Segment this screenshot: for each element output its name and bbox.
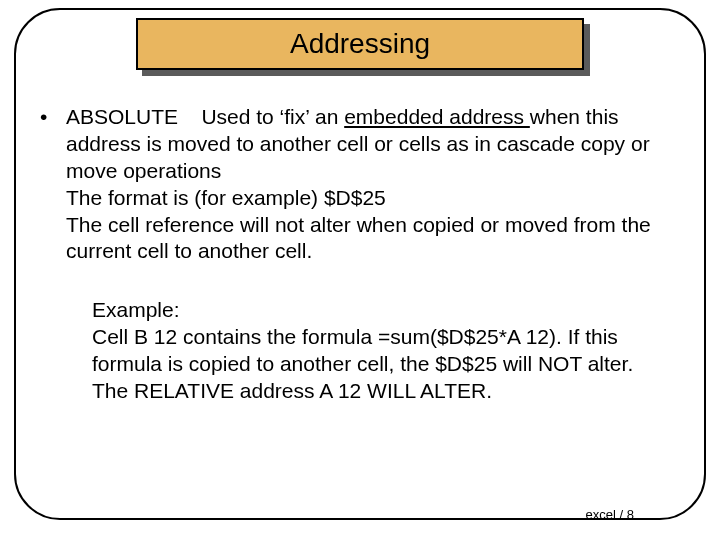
bullet-lead: Used to ‘fix’ an	[201, 105, 344, 128]
example-note: The RELATIVE address A 12 WILL ALTER.	[92, 378, 680, 405]
body-content: • ABSOLUTE Used to ‘fix’ an embedded add…	[40, 104, 680, 405]
bullet-item: • ABSOLUTE Used to ‘fix’ an embedded add…	[40, 104, 680, 265]
bullet-text: ABSOLUTE Used to ‘fix’ an embedded addre…	[66, 104, 680, 265]
bullet-term: ABSOLUTE	[66, 105, 178, 128]
bullet-marker: •	[40, 104, 66, 265]
slide: Addressing • ABSOLUTE Used to ‘fix’ an e…	[0, 0, 720, 540]
title-container: Addressing	[136, 18, 584, 70]
slide-title: Addressing	[290, 28, 430, 60]
title-box: Addressing	[136, 18, 584, 70]
slide-footer: excel / 8	[586, 507, 634, 522]
bullet-underlined: embedded address	[344, 105, 530, 128]
example-body: Cell B 12 contains the formula =sum($D$2…	[92, 324, 680, 378]
example-label: Example:	[92, 297, 680, 324]
bullet-line-format: The format is (for example) $D$25	[66, 185, 680, 212]
bullet-line-behavior: The cell reference will not alter when c…	[66, 212, 680, 266]
example-block: Example: Cell B 12 contains the formula …	[92, 297, 680, 405]
